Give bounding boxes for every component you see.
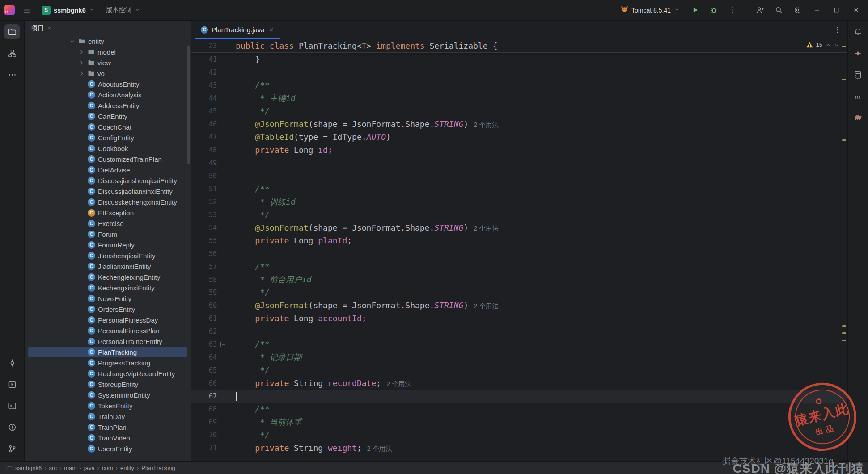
line-number[interactable]: 62 (191, 327, 217, 336)
breadcrumb-src[interactable]: src (49, 465, 57, 471)
code-line-59[interactable]: 59 */ (191, 286, 847, 299)
tree-item-ActionAnalysis[interactable]: CActionAnalysis (28, 89, 187, 100)
maven-icon[interactable]: m (851, 88, 866, 104)
tree-item-DiscusskechengxinxiEntity[interactable]: CDiscusskechengxinxiEntity (28, 197, 187, 207)
warning-stripe-mark[interactable] (842, 340, 846, 341)
tree-item-view[interactable]: view (28, 57, 187, 68)
breadcrumb-PlanTracking[interactable]: PlanTracking (141, 465, 175, 471)
search-everywhere-button[interactable] (771, 3, 786, 17)
line-number[interactable]: 42 (191, 68, 217, 76)
tab-plantracking-java[interactable]: C PlanTracking.java (195, 21, 280, 39)
usages-inlay-hint[interactable]: 2 个用法 (386, 380, 411, 387)
line-number[interactable]: 66 (191, 379, 217, 387)
notifications-bell-icon[interactable] (851, 24, 866, 39)
tree-item-TrainDay[interactable]: CTrainDay (28, 411, 187, 422)
project-panel-header[interactable]: 项目 (25, 21, 191, 36)
tree-item-DiscussjianshenqicaiEntity[interactable]: CDiscussjianshenqicaiEntity (28, 175, 187, 186)
code-line-70[interactable]: 70 */ (191, 428, 847, 441)
line-number[interactable]: 48 (191, 146, 217, 154)
usages-inlay-hint[interactable]: 2 个用法 (474, 121, 499, 128)
line-number[interactable]: 57 (191, 263, 217, 271)
line-number[interactable]: 58 (191, 276, 217, 284)
breadcrumb-entity[interactable]: entity (120, 465, 134, 471)
line-number[interactable]: 61 (191, 315, 217, 323)
tree-item-Exercise[interactable]: CExercise (28, 218, 187, 229)
version-control-icon[interactable] (4, 441, 20, 456)
tree-item-CartEntity[interactable]: CCartEntity (28, 111, 187, 122)
code-line-41[interactable]: 41 } (191, 53, 847, 66)
close-button[interactable] (848, 3, 864, 17)
tree-item-AddressEntity[interactable]: CAddressEntity (28, 100, 187, 111)
tree-item-PlanTracking[interactable]: CPlanTracking (28, 347, 187, 357)
code-line-23[interactable]: 23public class PlanTracking<T> implement… (191, 39, 847, 53)
warning-stripe-mark[interactable] (842, 332, 846, 334)
line-number[interactable]: 71 (191, 444, 217, 452)
code-line-46[interactable]: 46 @JsonFormat(shape = JsonFormat.Shape.… (191, 117, 847, 130)
code-line-64[interactable]: 64 * 记录日期 (191, 351, 847, 364)
warning-stripe-mark[interactable] (842, 139, 846, 141)
line-number[interactable]: 65 (191, 366, 217, 374)
gradle-icon[interactable] (851, 110, 866, 125)
line-number[interactable]: 59 (191, 289, 217, 297)
warning-stripe-mark[interactable] (842, 46, 846, 47)
code-editor[interactable]: 23public class PlanTracking<T> implement… (191, 39, 847, 461)
usages-inlay-hint[interactable]: 2 个用法 (474, 302, 499, 310)
line-number[interactable]: 67 (191, 392, 217, 400)
ai-assistant-icon[interactable] (851, 46, 866, 61)
code-line-49[interactable]: 49 (191, 156, 847, 169)
line-number[interactable]: 49 (191, 159, 217, 167)
code-line-45[interactable]: 45 */ (191, 105, 847, 117)
commit-icon[interactable] (4, 355, 20, 370)
terminal-icon[interactable] (4, 398, 20, 413)
line-number[interactable]: 43 (191, 81, 217, 89)
tree-item-KechengxinxiEntity[interactable]: CKechengxinxiEntity (28, 282, 187, 293)
tree-item-JiaolianxinxiEntity[interactable]: CJiaolianxinxiEntity (28, 261, 187, 272)
tree-item-DiscussjiaolianxinxiEntity[interactable]: CDiscussjiaolianxinxiEntity (28, 186, 187, 197)
code-line-60[interactable]: 60 @JsonFormat(shape = JsonFormat.Shape.… (191, 299, 847, 312)
tree-item-OrdersEntity[interactable]: COrdersEntity (28, 304, 187, 315)
code-line-61[interactable]: 61 private Long accountId; (191, 312, 847, 325)
tree-item-Cookbook[interactable]: CCookbook (28, 143, 187, 154)
line-number[interactable]: 45 (191, 107, 217, 115)
chevron-down-icon[interactable] (69, 38, 76, 45)
breadcrumb-com[interactable]: com (102, 465, 113, 471)
code-line-50[interactable]: 50 (191, 169, 847, 182)
next-warning-icon[interactable] (834, 42, 839, 48)
code-line-48[interactable]: 48 private Long id; (191, 143, 847, 156)
tree-item-vo[interactable]: vo (28, 68, 187, 79)
code-line-43[interactable]: 43 /** (191, 79, 847, 92)
code-line-71[interactable]: 71 private String weight;2 个用法 (191, 441, 847, 454)
tree-item-JianshenqicaiEntity[interactable]: CJianshenqicaiEntity (28, 250, 187, 261)
run-config-widget[interactable]: Tomcat 8.5.41 (617, 3, 683, 17)
tree-item-EIException[interactable]: CEIException (28, 207, 187, 218)
tree-item-TrainPlan[interactable]: CTrainPlan (28, 422, 187, 432)
code-line-54[interactable]: 54 @JsonFormat(shape = JsonFormat.Shape.… (191, 221, 847, 234)
line-number[interactable]: 60 (191, 302, 217, 310)
tree-item-PersonalFitnessDay[interactable]: CPersonalFitnessDay (28, 315, 187, 325)
tree-item-ConfigEntity[interactable]: CConfigEntity (28, 132, 187, 143)
line-number[interactable]: 51 (191, 185, 217, 193)
line-number[interactable]: 56 (191, 250, 217, 258)
code-line-63[interactable]: 63 /** (191, 338, 847, 351)
structure-icon[interactable] (4, 46, 20, 61)
usages-inlay-hint[interactable]: 2 个用法 (474, 225, 499, 232)
code-line-52[interactable]: 52 * 训练id (191, 195, 847, 208)
tree-item-StoreupEntity[interactable]: CStoreupEntity (28, 379, 187, 390)
vcs-widget[interactable]: 版本控制 (103, 4, 144, 17)
chevron-right-icon[interactable] (78, 49, 85, 55)
tree-item-entity[interactable]: entity (28, 36, 187, 46)
tree-item-AboutusEntity[interactable]: CAboutusEntity (28, 79, 187, 89)
more-tools-icon[interactable] (4, 67, 20, 82)
tree-item-ForumReply[interactable]: CForumReply (28, 239, 187, 250)
code-line-47[interactable]: 47 @TableId(type = IdType.AUTO) (191, 130, 847, 143)
tree-item-KechengleixingEntity[interactable]: CKechengleixingEntity (28, 272, 187, 282)
code-line-65[interactable]: 65 */ (191, 364, 847, 377)
code-line-42[interactable]: 42 (191, 66, 847, 79)
prev-warning-icon[interactable] (826, 42, 831, 48)
line-number[interactable]: 69 (191, 418, 217, 426)
more-actions-button[interactable] (725, 3, 740, 17)
inspections-widget[interactable]: 15 (806, 42, 839, 48)
tree-item-CustomizedTrainPlan[interactable]: CCustomizedTrainPlan (28, 154, 187, 164)
tab-close-icon[interactable] (268, 27, 274, 33)
settings-button[interactable] (790, 3, 804, 17)
